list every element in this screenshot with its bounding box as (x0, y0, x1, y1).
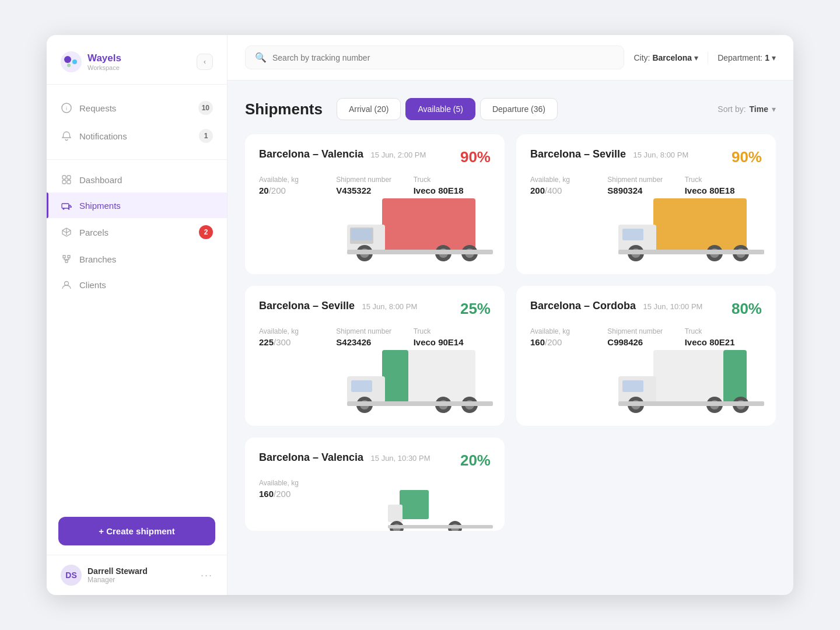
svg-point-51 (628, 397, 644, 413)
sort-selector[interactable]: Sort by: Time ▾ (718, 104, 776, 114)
city-filter[interactable]: City: Barcelona ▾ (634, 53, 698, 62)
requests-label: Requests (79, 103, 191, 113)
card-header: Barcelona – Cordoba 15 Jun, 10:00 PM 80% (530, 300, 762, 318)
user-avatar: DS (61, 565, 82, 586)
svg-point-1 (64, 56, 71, 63)
svg-rect-37 (382, 350, 408, 402)
shipment-card[interactable]: Barcelona – Cordoba 15 Jun, 10:00 PM 80%… (516, 286, 776, 426)
svg-point-34 (736, 249, 746, 258)
logo-area: Wayels Workspace (61, 51, 121, 72)
card-body: Available, kg 225/300 Shipment number S4… (259, 327, 491, 347)
route-text: Barcelona – Valencia (259, 148, 363, 160)
sidebar-item-requests[interactable]: i Requests 10 (47, 94, 227, 122)
svg-rect-6 (62, 176, 66, 179)
svg-point-62 (448, 521, 462, 531)
svg-point-45 (465, 400, 474, 410)
svg-point-61 (393, 524, 401, 531)
parcels-label: Parcels (79, 228, 192, 237)
card-header: Barcelona – Seville 15 Jun, 8:00 PM 25% (259, 300, 491, 318)
tab-group: Arrival (20) Available (5) Departure (36… (337, 98, 558, 120)
card-field-truck: Truck Iveco 90E14 (414, 327, 491, 347)
route-text: Barcelona – Cordoba (530, 300, 636, 312)
sidebar-item-notifications[interactable]: Notifications 1 (47, 122, 227, 150)
department-value: 1 (765, 53, 769, 62)
card-percent: 80% (732, 300, 762, 318)
sidebar-item-parcels[interactable]: Parcels 2 (47, 218, 227, 246)
department-filter[interactable]: Department: 1 ▾ (718, 53, 776, 62)
card-field-truck: Truck Iveco 80E18 (685, 176, 762, 195)
card-body: Available, kg 200/400 Shipment number S8… (530, 176, 762, 195)
user-name: Darrell Steward (88, 566, 195, 576)
tab-available[interactable]: Available (5) (405, 98, 475, 120)
card-field-shipment: Shipment number S423426 (336, 327, 413, 347)
search-input[interactable] (272, 53, 614, 62)
svg-rect-13 (65, 260, 68, 262)
svg-rect-10 (62, 204, 69, 208)
clients-label: Clients (79, 280, 213, 290)
card-route: Barcelona – Seville 15 Jun, 8:00 PM (259, 300, 417, 312)
shipment-grid: Barcelona – Valencia 15 Jun, 2:00 PM 90%… (245, 134, 776, 531)
sort-chevron-icon: ▾ (772, 104, 776, 114)
dashboard-icon (61, 174, 72, 186)
svg-rect-35 (618, 250, 764, 254)
svg-rect-15 (382, 198, 475, 251)
svg-rect-18 (351, 229, 372, 240)
sidebar-item-clients[interactable]: Clients (47, 272, 227, 298)
card-route: Barcelona – Valencia 15 Jun, 2:00 PM (259, 148, 426, 160)
card-percent: 25% (460, 300, 491, 318)
tab-arrival[interactable]: Arrival (20) (337, 98, 401, 120)
card-field-shipment: Shipment number C998426 (607, 327, 684, 347)
card-field-truck: Truck Iveco 80E21 (685, 327, 762, 347)
svg-point-22 (439, 249, 448, 258)
route-text: Barcelona – Seville (259, 300, 355, 312)
branches-icon (61, 253, 72, 265)
svg-rect-49 (618, 376, 656, 402)
svg-point-54 (710, 400, 719, 410)
requests-icon: i (61, 102, 72, 114)
collapse-button[interactable]: ‹ (197, 54, 213, 70)
shipment-card[interactable]: Barcelona – Seville 15 Jun, 8:00 PM 25% … (245, 286, 505, 426)
svg-point-29 (628, 245, 644, 261)
branches-label: Branches (79, 254, 213, 264)
svg-point-21 (435, 245, 452, 261)
svg-point-31 (706, 245, 723, 261)
shipment-card[interactable]: Barcelona – Valencia 15 Jun, 10:30 PM 20… (245, 438, 505, 531)
svg-point-52 (631, 400, 640, 410)
app-name: Wayels (88, 52, 121, 64)
sidebar-item-shipments[interactable]: Shipments (47, 192, 227, 218)
city-label: City: (634, 53, 650, 62)
tab-departure[interactable]: Departure (36) (480, 98, 558, 120)
svg-point-43 (439, 400, 448, 410)
svg-point-23 (461, 245, 478, 261)
svg-rect-8 (62, 180, 66, 184)
user-info: Darrell Steward Manager (88, 566, 195, 584)
svg-point-44 (461, 397, 478, 413)
notifications-label: Notifications (79, 131, 192, 141)
svg-rect-47 (653, 350, 747, 402)
svg-rect-7 (67, 176, 71, 179)
sidebar-item-dashboard[interactable]: Dashboard (47, 167, 227, 192)
sidebar: Wayels Workspace ‹ i Requests 10 (47, 35, 228, 595)
logo-icon (61, 51, 82, 72)
parcels-icon (61, 226, 72, 238)
card-field-available: Available, kg 160/200 (530, 327, 607, 347)
card-field-truck: Truck Iveco 80E18 (414, 176, 491, 195)
card-field-available: Available, kg 160/200 (259, 479, 336, 499)
svg-rect-48 (723, 350, 747, 402)
card-time: 15 Jun, 2:00 PM (371, 150, 426, 159)
svg-point-19 (356, 245, 373, 261)
sort-label: Sort by: (718, 104, 746, 114)
card-percent: 90% (460, 148, 491, 166)
svg-point-32 (710, 249, 719, 258)
sidebar-item-branches[interactable]: Branches (47, 246, 227, 272)
create-shipment-button[interactable]: + Create shipment (58, 517, 215, 545)
user-menu-button[interactable]: ··· (201, 569, 213, 582)
user-role: Manager (88, 576, 195, 584)
shipment-card[interactable]: Barcelona – Valencia 15 Jun, 2:00 PM 90%… (245, 134, 505, 274)
svg-point-30 (631, 249, 640, 258)
svg-rect-26 (653, 198, 747, 251)
svg-point-12 (68, 208, 70, 210)
shipment-card[interactable]: Barcelona – Seville 15 Jun, 8:00 PM 90% … (516, 134, 776, 274)
content-area: Shipments Arrival (20) Available (5) Dep… (228, 80, 793, 595)
svg-point-24 (465, 249, 474, 258)
